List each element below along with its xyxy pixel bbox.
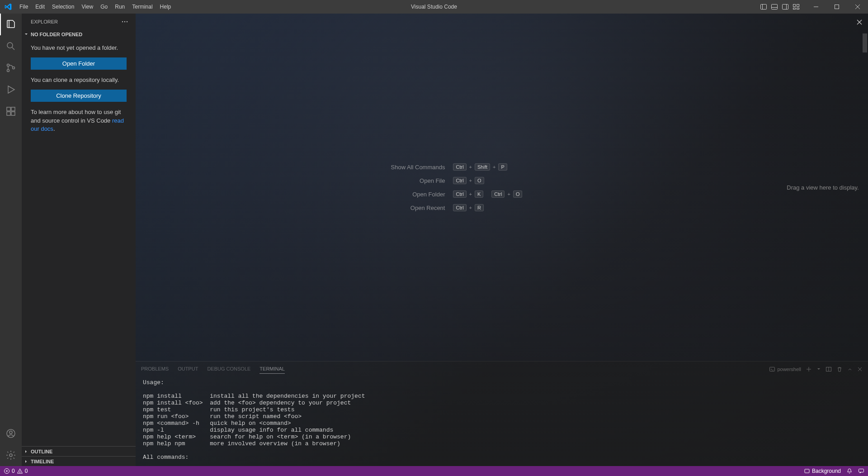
wm-show-commands-keys: Ctrl+ Shift+ P <box>453 163 522 171</box>
activity-settings[interactable] <box>0 444 22 466</box>
editor-watermark: Show All Commands Ctrl+ Shift+ P Open Fi… <box>391 163 523 211</box>
terminal-profile-label[interactable]: powershell <box>769 366 801 372</box>
terminal-dropdown-icon[interactable] <box>816 367 821 371</box>
chevron-right-icon <box>24 459 29 464</box>
title-bar: File Edit Selection View Go Run Terminal… <box>0 0 868 14</box>
split-terminal-icon[interactable] <box>826 366 832 372</box>
editor-area: Show All Commands Ctrl+ Shift+ P Open Fi… <box>136 14 868 466</box>
status-feedback-icon[interactable] <box>858 468 864 474</box>
svg-point-17 <box>7 70 9 72</box>
status-errors[interactable]: 0 0 <box>4 468 28 474</box>
chevron-down-icon <box>24 32 29 37</box>
sidebar-header: EXPLORER <box>22 14 136 29</box>
learn-more-message: To learn more about how to use git and s… <box>31 108 127 133</box>
wm-open-recent-label: Open Recent <box>391 205 445 211</box>
activity-accounts[interactable] <box>0 423 22 444</box>
customize-layout-icon[interactable] <box>791 2 801 12</box>
svg-rect-9 <box>797 8 799 10</box>
section-body: You have not yet opened a folder. Open F… <box>22 39 136 138</box>
svg-rect-31 <box>770 367 775 371</box>
svg-point-27 <box>124 21 125 22</box>
svg-rect-20 <box>7 112 10 115</box>
activity-bar <box>0 14 22 466</box>
menu-selection[interactable]: Selection <box>48 0 78 14</box>
wm-open-folder-label: Open Folder <box>391 191 445 198</box>
status-notifications-icon[interactable] <box>846 468 853 474</box>
svg-rect-21 <box>11 112 15 115</box>
open-folder-button[interactable]: Open Folder <box>31 57 127 70</box>
terminal-scrollbar[interactable] <box>863 33 867 52</box>
new-terminal-icon[interactable] <box>806 366 812 372</box>
activity-extensions[interactable] <box>0 100 22 122</box>
menu-go[interactable]: Go <box>97 0 111 14</box>
section-no-folder[interactable]: NO FOLDER OPENED <box>22 29 136 39</box>
panel: PROBLEMS OUTPUT DEBUG CONSOLE TERMINAL p… <box>136 361 868 466</box>
svg-rect-2 <box>772 5 778 10</box>
svg-rect-8 <box>793 8 796 10</box>
svg-point-24 <box>9 431 12 434</box>
title-right-controls <box>759 0 868 14</box>
kill-terminal-icon[interactable] <box>836 366 843 372</box>
section-timeline[interactable]: TIMELINE <box>22 456 136 466</box>
menu-file[interactable]: File <box>16 0 32 14</box>
svg-rect-44 <box>859 469 864 472</box>
sidebar: EXPLORER NO FOLDER OPENED You have not y… <box>22 14 136 466</box>
menu-edit[interactable]: Edit <box>32 0 48 14</box>
activity-source-control[interactable] <box>0 57 22 79</box>
sidebar-title: EXPLORER <box>31 19 58 24</box>
drop-hint-text: Drag a view here to display. <box>787 184 859 191</box>
svg-point-18 <box>13 67 15 69</box>
svg-rect-11 <box>835 5 839 9</box>
wm-open-folder-keys: Ctrl+ K Ctrl+ O <box>453 190 522 198</box>
svg-point-14 <box>7 43 13 48</box>
activity-run-debug[interactable] <box>0 79 22 100</box>
close-button[interactable] <box>847 0 868 14</box>
clone-repository-button[interactable]: Clone Repository <box>31 90 127 102</box>
activity-explorer[interactable] <box>0 14 22 35</box>
clone-message: You can clone a repository locally. <box>31 76 127 84</box>
svg-rect-6 <box>793 5 796 7</box>
minimize-button[interactable] <box>806 0 826 14</box>
wm-open-file-keys: Ctrl+ O <box>453 177 522 184</box>
secondary-sidebar-drop-area[interactable]: Drag a view here to display. <box>778 14 868 361</box>
sidebar-more-icon[interactable] <box>121 18 128 25</box>
close-panel-icon[interactable] <box>857 367 863 372</box>
svg-rect-19 <box>7 107 10 111</box>
toggle-primary-sidebar-icon[interactable] <box>759 2 769 12</box>
editor-empty-state: Show All Commands Ctrl+ Shift+ P Open Fi… <box>136 14 778 361</box>
svg-point-26 <box>122 21 123 22</box>
activity-search[interactable] <box>0 35 22 57</box>
terminal-output[interactable]: Usage: npm install install all the depen… <box>136 376 868 466</box>
timeline-label: TIMELINE <box>31 459 54 464</box>
svg-rect-22 <box>11 107 15 111</box>
status-background[interactable]: Background <box>804 468 841 474</box>
menu-run[interactable]: Run <box>111 0 128 14</box>
toggle-secondary-sidebar-icon[interactable] <box>780 2 790 12</box>
vscode-logo-icon <box>0 3 16 10</box>
wm-open-recent-keys: Ctrl+ R <box>453 204 522 211</box>
window-title: Visual Studio Code <box>411 4 457 10</box>
svg-rect-4 <box>783 5 788 10</box>
tab-problems[interactable]: PROBLEMS <box>141 364 169 374</box>
tab-output[interactable]: OUTPUT <box>178 364 198 374</box>
section-title: NO FOLDER OPENED <box>31 32 82 37</box>
section-outline[interactable]: OUTLINE <box>22 446 136 456</box>
menu-view[interactable]: View <box>78 0 97 14</box>
svg-point-25 <box>9 454 12 457</box>
status-bar: 0 0 Background <box>0 466 868 476</box>
svg-rect-43 <box>805 469 809 473</box>
wm-open-file-label: Open File <box>391 177 445 184</box>
menubar: File Edit Selection View Go Run Terminal… <box>16 0 175 14</box>
toggle-panel-icon[interactable] <box>769 2 779 12</box>
menu-help[interactable]: Help <box>156 0 175 14</box>
svg-point-16 <box>7 64 9 67</box>
svg-point-28 <box>127 21 127 22</box>
chevron-right-icon <box>24 449 29 454</box>
menu-terminal[interactable]: Terminal <box>128 0 156 14</box>
svg-point-42 <box>19 472 20 473</box>
tab-terminal[interactable]: TERMINAL <box>259 364 285 374</box>
outline-label: OUTLINE <box>31 449 52 454</box>
maximize-button[interactable] <box>826 0 847 14</box>
maximize-panel-icon[interactable] <box>847 367 853 372</box>
tab-debug-console[interactable]: DEBUG CONSOLE <box>207 364 250 374</box>
